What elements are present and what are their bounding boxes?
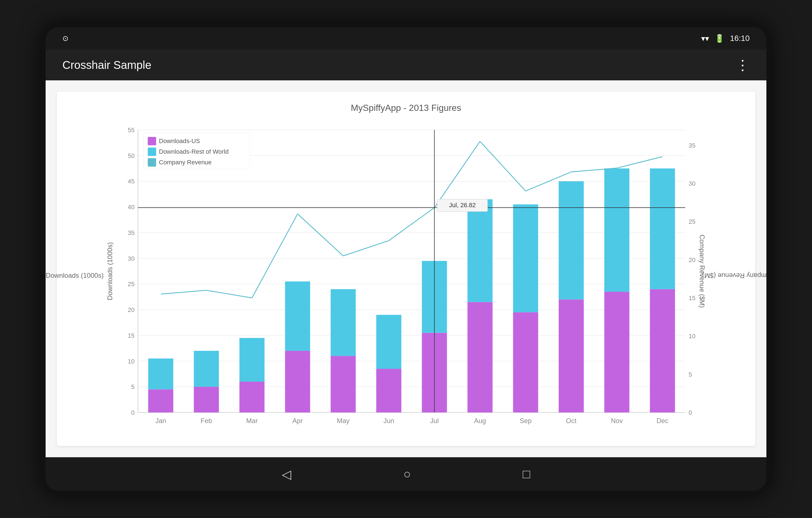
svg-text:Oct: Oct	[566, 417, 577, 425]
svg-text:Dec: Dec	[657, 417, 668, 425]
svg-rect-88	[148, 147, 156, 156]
svg-rect-49	[376, 369, 402, 412]
svg-text:Nov: Nov	[611, 417, 623, 425]
svg-line-76	[435, 141, 480, 208]
svg-line-70	[161, 290, 206, 294]
back-button[interactable]: ◁	[282, 467, 291, 481]
svg-rect-50	[376, 315, 402, 369]
svg-text:20: 20	[689, 256, 695, 264]
svg-text:40: 40	[128, 203, 135, 211]
svg-rect-90	[148, 158, 156, 167]
svg-rect-58	[513, 312, 538, 412]
app-title: Crosshair Sample	[62, 59, 151, 72]
y-axis-left: Downloads (1000s)	[68, 121, 105, 429]
svg-line-80	[617, 157, 663, 168]
app-bar: Crosshair Sample ⋮	[46, 50, 766, 80]
svg-rect-47	[331, 289, 356, 356]
svg-text:25: 25	[128, 280, 135, 288]
overflow-menu-icon[interactable]: ⋮	[735, 57, 750, 73]
svg-text:0: 0	[689, 409, 692, 416]
y-axis-right: Company Revenue ($M)	[707, 121, 744, 429]
svg-rect-41	[239, 338, 265, 382]
svg-line-75	[389, 208, 435, 241]
svg-line-74	[343, 241, 389, 256]
svg-text:50: 50	[128, 152, 135, 159]
clock: 16:10	[730, 34, 750, 43]
svg-line-77	[480, 141, 526, 191]
svg-text:25: 25	[689, 218, 695, 225]
notification-icon: ⊙	[62, 34, 68, 43]
svg-text:35: 35	[689, 142, 695, 149]
device: ⊙ ▾▾ 🔋 16:10 Crosshair Sample ⋮ MySpiffy…	[42, 24, 770, 494]
svg-rect-44	[285, 281, 310, 351]
svg-text:Feb: Feb	[201, 417, 212, 425]
svg-text:Company Revenue: Company Revenue	[159, 159, 211, 166]
svg-text:Jul, 26.82: Jul, 26.82	[449, 201, 476, 209]
svg-text:Jun: Jun	[383, 417, 394, 425]
svg-rect-68	[650, 168, 675, 289]
svg-text:55: 55	[128, 127, 135, 134]
svg-rect-46	[331, 356, 356, 412]
home-button[interactable]: ○	[403, 467, 411, 481]
svg-text:Sep: Sep	[520, 417, 532, 425]
svg-rect-38	[194, 351, 219, 387]
svg-line-73	[298, 214, 343, 256]
svg-text:5: 5	[131, 383, 135, 390]
chart-title: MySpiffyApp - 2013 Figures	[68, 103, 744, 113]
svg-rect-64	[604, 292, 630, 412]
chart-plot-area: 051015202530354045505505101520253035JanF…	[105, 121, 707, 427]
svg-text:30: 30	[689, 180, 695, 187]
svg-text:Downloads-US: Downloads-US	[159, 137, 200, 144]
svg-text:30: 30	[128, 255, 135, 262]
y-axis-left-label: Downloads (1000s)	[46, 272, 104, 279]
svg-rect-55	[468, 302, 493, 412]
status-left: ⊙	[62, 34, 68, 43]
svg-text:35: 35	[128, 229, 135, 236]
svg-text:10: 10	[689, 333, 695, 339]
svg-rect-62	[559, 181, 584, 299]
svg-text:Downloads (1000s): Downloads (1000s)	[106, 242, 114, 300]
svg-text:20: 20	[128, 306, 135, 313]
chart-body: Downloads (1000s) 0510152025303540455055…	[68, 121, 744, 429]
svg-rect-35	[148, 358, 173, 389]
svg-text:0: 0	[131, 409, 135, 416]
nav-bar: ◁ ○ □	[46, 457, 766, 491]
svg-rect-61	[559, 299, 584, 412]
svg-text:May: May	[337, 417, 349, 425]
status-right: ▾▾ 🔋 16:10	[701, 34, 750, 43]
svg-rect-65	[604, 168, 630, 292]
svg-text:Jan: Jan	[155, 417, 166, 425]
content-area: MySpiffyApp - 2013 Figures Downloads (10…	[46, 80, 766, 457]
svg-text:45: 45	[128, 178, 135, 185]
svg-text:10: 10	[128, 358, 135, 365]
svg-rect-34	[148, 389, 173, 412]
recent-button[interactable]: □	[523, 467, 530, 481]
svg-text:Aug: Aug	[474, 417, 486, 425]
status-bar: ⊙ ▾▾ 🔋 16:10	[46, 27, 766, 50]
battery-icon: 🔋	[715, 34, 724, 43]
svg-text:Mar: Mar	[246, 417, 258, 425]
svg-line-71	[206, 290, 252, 298]
svg-text:Apr: Apr	[292, 417, 303, 425]
svg-rect-86	[148, 137, 156, 145]
svg-text:Company Revenue ($M): Company Revenue ($M)	[698, 235, 706, 308]
svg-rect-56	[468, 199, 493, 302]
svg-text:15: 15	[689, 295, 695, 302]
y-axis-right-label: Company Revenue ($M)	[702, 272, 766, 279]
svg-text:5: 5	[689, 371, 692, 378]
svg-rect-40	[239, 382, 265, 412]
chart-main: 051015202530354045505505101520253035JanF…	[105, 121, 707, 429]
svg-text:Jul: Jul	[430, 417, 439, 425]
chart-container: MySpiffyApp - 2013 Figures Downloads (10…	[57, 91, 755, 446]
svg-text:15: 15	[128, 332, 135, 339]
svg-rect-37	[194, 387, 219, 412]
svg-rect-43	[285, 351, 310, 412]
wifi-icon: ▾▾	[701, 34, 709, 43]
svg-rect-59	[513, 205, 538, 312]
svg-rect-67	[650, 289, 675, 412]
svg-text:Downloads-Rest of World: Downloads-Rest of World	[159, 148, 229, 155]
